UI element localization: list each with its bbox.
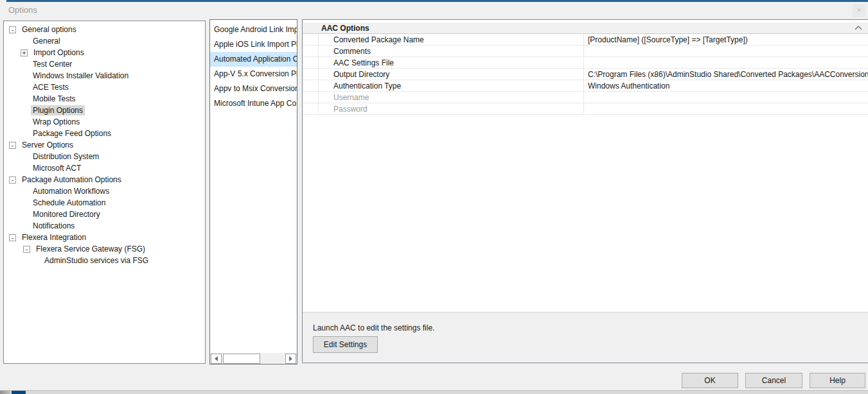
property-row-username: Username — [303, 92, 868, 103]
row-gutter — [303, 34, 319, 45]
cancel-button[interactable]: Cancel — [745, 373, 802, 388]
tree-item-mobile-tests[interactable]: Mobile Tests — [4, 93, 205, 105]
property-label: Authentication Type — [319, 80, 584, 91]
tree-item-package-feed-options[interactable]: Package Feed Options — [4, 128, 205, 139]
bottom-strip-gray-segment — [0, 391, 10, 394]
tree-item-wrap-options[interactable]: Wrap Options — [4, 116, 205, 128]
scroll-right-icon[interactable] — [285, 354, 296, 364]
property-row-aac-settings-file[interactable]: AAC Settings File — [303, 57, 868, 69]
tree-item-automation-workflows[interactable]: Automation Workflows — [4, 185, 205, 197]
property-label: Username — [319, 92, 584, 103]
row-gutter — [303, 80, 319, 91]
tree-item-package-automation-options[interactable]: -Package Automation Options — [4, 174, 205, 185]
launch-aac-hint-text: Launch AAC to edit the settings file. — [313, 323, 434, 332]
property-row-converted-package-name[interactable]: Converted Package Name [ProductName] ([S… — [303, 34, 868, 46]
scroll-left-icon[interactable] — [211, 354, 222, 364]
property-label: Password — [319, 103, 584, 114]
list-item-google-android[interactable]: Google Android Link Imp — [210, 22, 297, 37]
collapse-minus-icon[interactable]: - — [9, 176, 16, 184]
row-gutter — [303, 57, 319, 68]
expand-plus-icon[interactable]: + — [21, 49, 28, 56]
list-item-automated-application[interactable]: Automated Application C — [210, 52, 297, 67]
list-item-appv-5x[interactable]: App-V 5.x Conversion Plu — [210, 67, 297, 81]
tree-item-windows-installer-validation[interactable]: Windows Installer Validation — [4, 70, 205, 81]
list-item-apple-ios[interactable]: Apple iOS Link Import Plu — [210, 37, 297, 52]
property-row-password: Password — [303, 103, 868, 115]
tree-item-plugin-options[interactable]: Plugin Options — [4, 105, 205, 116]
tree-item-ace-tests[interactable]: ACE Tests — [4, 81, 205, 93]
tree-item-distribution-system[interactable]: Distribution System — [4, 151, 205, 162]
window-top-accent-bar — [6, 0, 868, 2]
horizontal-scrollbar[interactable] — [210, 353, 297, 364]
property-label: Comments — [319, 46, 584, 56]
collapse-minus-icon[interactable]: - — [9, 142, 16, 149]
list-item-appv-to-msix[interactable]: Appv to Msix Conversion — [210, 81, 297, 96]
row-gutter — [303, 46, 319, 56]
tree-item-test-center[interactable]: Test Center — [4, 58, 205, 70]
help-button[interactable]: Help — [810, 373, 865, 388]
collapse-minus-icon[interactable]: - — [9, 26, 16, 33]
tree-item-flexera-service-gateway[interactable]: -Flexera Service Gateway (FSG) — [4, 243, 205, 255]
tree-item-server-options[interactable]: -Server Options — [4, 139, 205, 151]
collapse-minus-icon[interactable]: - — [9, 234, 16, 241]
tree-item-adminstudio-services-via-fsg[interactable]: AdminStudio services via FSG — [4, 255, 205, 266]
close-icon[interactable]: × — [853, 4, 865, 17]
property-label: Converted Package Name — [319, 34, 584, 45]
tree-item-general-options[interactable]: -General options — [4, 24, 205, 35]
bottom-strip-blue-segment — [12, 391, 26, 394]
tree-item-schedule-automation[interactable]: Schedule Automation — [4, 197, 205, 209]
plugin-list-panel: Google Android Link Imp Apple iOS Link I… — [209, 19, 297, 364]
window-bottom-strip — [0, 390, 868, 394]
property-value[interactable]: C:\Program Files (x86)\AdminStudio Share… — [584, 70, 868, 79]
property-value[interactable]: [ProductName] ([SourceType] => [TargetTy… — [584, 35, 868, 44]
property-label: AAC Settings File — [319, 57, 584, 68]
scrollbar-thumb[interactable] — [223, 354, 260, 364]
tree-item-microsoft-act[interactable]: Microsoft ACT — [4, 162, 205, 174]
group-header-label: AAC Options — [321, 24, 369, 33]
row-gutter — [303, 103, 319, 114]
options-tree-panel: -General options General +Import Options… — [3, 21, 206, 364]
group-header-aac-options[interactable]: AAC Options — [303, 22, 868, 34]
property-row-output-directory[interactable]: Output Directory C:\Program Files (x86)\… — [303, 69, 868, 80]
row-gutter — [303, 69, 319, 80]
tree-item-flexera-integration[interactable]: -Flexera Integration — [4, 232, 205, 243]
aac-options-panel: AAC Options Converted Package Name [Prod… — [302, 19, 868, 363]
dialog-title: Options — [8, 5, 37, 15]
property-grid: AAC Options Converted Package Name [Prod… — [303, 20, 868, 313]
tree-item-monitored-directory[interactable]: Monitored Directory — [4, 209, 205, 220]
list-item-microsoft-intune[interactable]: Microsoft Intune App Co — [210, 96, 297, 111]
tree-item-notifications[interactable]: Notifications — [4, 220, 205, 232]
ok-button[interactable]: OK — [682, 373, 738, 388]
tree-item-general[interactable]: General — [4, 35, 205, 47]
property-row-authentication-type[interactable]: Authentication Type Windows Authenticati… — [303, 80, 868, 92]
property-value[interactable]: Windows Authentication — [584, 81, 868, 90]
edit-settings-button[interactable]: Edit Settings — [313, 336, 378, 353]
row-gutter — [303, 92, 319, 103]
property-label: Output Directory — [319, 69, 584, 80]
chevron-up-icon[interactable] — [855, 25, 862, 31]
tree-item-import-options[interactable]: +Import Options — [4, 47, 205, 58]
collapse-minus-icon[interactable]: - — [23, 246, 30, 253]
property-row-comments[interactable]: Comments — [303, 46, 868, 57]
